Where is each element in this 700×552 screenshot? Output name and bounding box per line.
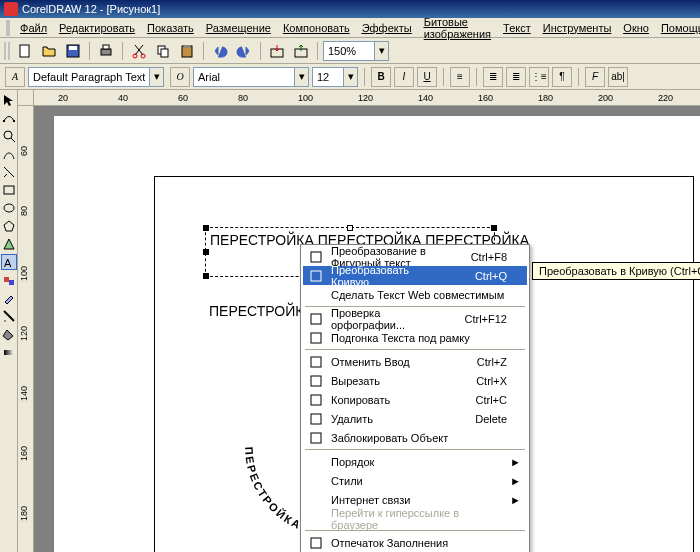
- italic-button[interactable]: I: [394, 67, 414, 87]
- ellipse-tool[interactable]: [1, 200, 17, 216]
- pick-tool[interactable]: [1, 92, 17, 108]
- undo-button[interactable]: [209, 40, 231, 62]
- grip-handle[interactable]: [4, 42, 10, 60]
- zoom-input[interactable]: [324, 45, 374, 57]
- basicshapes-tool[interactable]: [1, 236, 17, 252]
- paragraph-style-select[interactable]: ▾: [28, 67, 164, 87]
- chevron-down-icon[interactable]: ▾: [343, 68, 357, 86]
- ctx-label: Сделать Текст Web совместимым: [331, 289, 507, 301]
- undo-icon: [307, 354, 325, 370]
- menu-text[interactable]: Текст: [497, 20, 537, 36]
- text-tool[interactable]: A: [1, 254, 17, 270]
- menu-help[interactable]: Помощь: [655, 20, 700, 36]
- menu-effects[interactable]: Эффекты: [356, 20, 418, 36]
- svg-rect-32: [311, 538, 321, 548]
- import-button[interactable]: [266, 40, 288, 62]
- font-input[interactable]: [194, 71, 294, 83]
- blend-tool[interactable]: [1, 272, 17, 288]
- chevron-down-icon[interactable]: ▾: [374, 42, 388, 60]
- outline-tool[interactable]: [1, 308, 17, 324]
- fontsize-input[interactable]: [313, 71, 343, 83]
- freehand-tool[interactable]: [1, 146, 17, 162]
- ctx-item[interactable]: Заблокировать Объект: [303, 428, 527, 447]
- new-button[interactable]: [14, 40, 36, 62]
- bullets-button[interactable]: ⋮≡: [529, 67, 549, 87]
- ctx-item[interactable]: Сделать Текст Web совместимым: [303, 285, 527, 304]
- ctx-label: Отпечаток Заполнения: [331, 537, 507, 549]
- blank-icon: [307, 473, 325, 489]
- ctx-item[interactable]: Подгонка Текста под рамку: [303, 328, 527, 347]
- polygon-tool[interactable]: [1, 218, 17, 234]
- ctx-item[interactable]: КопироватьCtrl+C: [303, 390, 527, 409]
- menu-edit[interactable]: Редактировать: [53, 20, 141, 36]
- ctx-item[interactable]: Стили►: [303, 471, 527, 490]
- menu-view[interactable]: Показать: [141, 20, 200, 36]
- svg-rect-8: [161, 49, 168, 57]
- ctx-item[interactable]: ВырезатьCtrl+X: [303, 371, 527, 390]
- chevron-down-icon[interactable]: ▾: [294, 68, 308, 86]
- svg-rect-3: [101, 49, 111, 55]
- text-type-button[interactable]: A: [5, 67, 25, 87]
- indent-dec-button[interactable]: ≣: [483, 67, 503, 87]
- ctx-label: Интернет связи: [331, 494, 507, 506]
- save-button[interactable]: [62, 40, 84, 62]
- underline-button[interactable]: U: [417, 67, 437, 87]
- cut-button[interactable]: [128, 40, 150, 62]
- ctx-shortcut: Ctrl+F8: [471, 251, 507, 263]
- shape-tool[interactable]: [1, 110, 17, 126]
- chevron-right-icon: ►: [510, 456, 521, 468]
- menu-window[interactable]: Окно: [617, 20, 655, 36]
- ctx-item[interactable]: Преобразовать КривуюCtrl+Q: [303, 266, 527, 285]
- svg-rect-23: [311, 252, 321, 262]
- menu-arrange[interactable]: Компоновать: [277, 20, 356, 36]
- open-button[interactable]: [38, 40, 60, 62]
- svg-rect-29: [311, 395, 321, 405]
- indent-inc-button[interactable]: ≣: [506, 67, 526, 87]
- char-format-button[interactable]: F: [585, 67, 605, 87]
- ctx-item[interactable]: Порядок►: [303, 452, 527, 471]
- ctx-item[interactable]: Отменить ВводCtrl+Z: [303, 352, 527, 371]
- rectangle-tool[interactable]: [1, 182, 17, 198]
- edit-text-button[interactable]: ab|: [608, 67, 628, 87]
- print-button[interactable]: [95, 40, 117, 62]
- smartdraw-tool[interactable]: [1, 164, 17, 180]
- ctx-label: Удалить: [331, 413, 445, 425]
- ctx-label: Порядок: [331, 456, 507, 468]
- interactive-fill-tool[interactable]: [1, 344, 17, 360]
- font-size-select[interactable]: ▾: [312, 67, 358, 87]
- svg-rect-24: [311, 271, 321, 281]
- dropcap-button[interactable]: ¶: [552, 67, 572, 87]
- font-icon: O: [170, 67, 190, 87]
- menu-layout[interactable]: Размещение: [200, 20, 277, 36]
- zoom-tool[interactable]: [1, 128, 17, 144]
- menu-bitmaps[interactable]: Битовые изображения: [418, 14, 497, 42]
- fill-tool[interactable]: [1, 326, 17, 342]
- font-family-select[interactable]: ▾: [193, 67, 309, 87]
- style-input[interactable]: [29, 71, 149, 83]
- svg-rect-30: [311, 414, 321, 424]
- fit-icon: [307, 330, 325, 346]
- grip-handle[interactable]: [6, 20, 10, 36]
- svg-rect-19: [4, 277, 9, 282]
- paste-button[interactable]: [176, 40, 198, 62]
- ctx-item[interactable]: УдалитьDelete: [303, 409, 527, 428]
- horizontal-ruler[interactable]: 20 40 60 80 100 120 140 160 180 200 220: [18, 90, 700, 106]
- copy-button[interactable]: [152, 40, 174, 62]
- svg-rect-0: [20, 45, 29, 57]
- copy-icon: [307, 392, 325, 408]
- eyedropper-tool[interactable]: [1, 290, 17, 306]
- standard-toolbar: ▾: [0, 38, 700, 64]
- zoom-select[interactable]: ▾: [323, 41, 389, 61]
- align-button[interactable]: ≡: [450, 67, 470, 87]
- fill-icon: [307, 535, 325, 551]
- vertical-ruler[interactable]: 60 80 100 120 140 160 180: [18, 106, 34, 552]
- menu-file[interactable]: Файл: [14, 20, 53, 36]
- export-button[interactable]: [290, 40, 312, 62]
- redo-button[interactable]: [233, 40, 255, 62]
- chevron-down-icon[interactable]: ▾: [149, 68, 163, 86]
- bold-button[interactable]: B: [371, 67, 391, 87]
- ctx-label: Вырезать: [331, 375, 446, 387]
- ctx-item[interactable]: Проверка орфографии...Ctrl+F12: [303, 309, 527, 328]
- menu-tools[interactable]: Инструменты: [537, 20, 618, 36]
- ctx-item[interactable]: Отпечаток Заполнения: [303, 533, 527, 552]
